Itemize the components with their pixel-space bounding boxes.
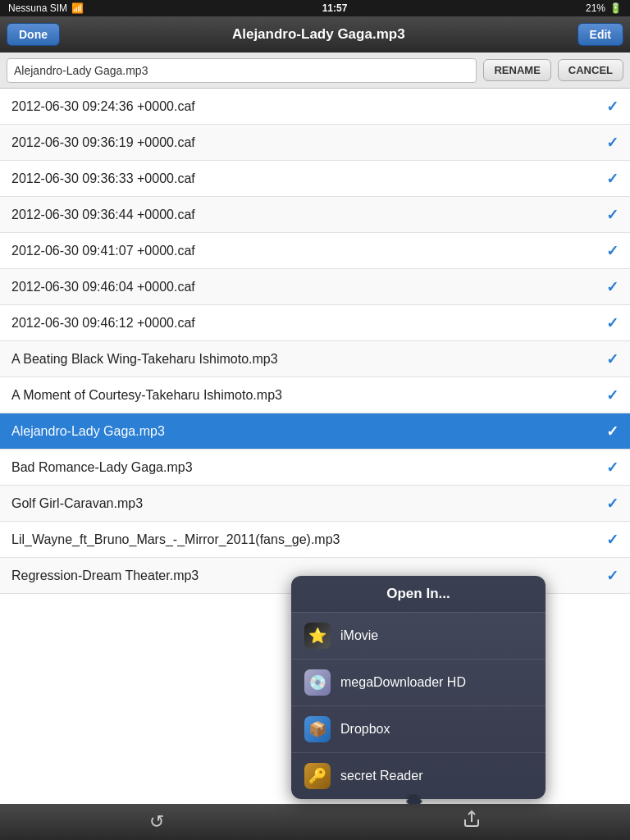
file-name: 2012-06-30 09:36:19 +0000.caf <box>11 135 195 150</box>
battery-label: 21% <box>586 2 605 14</box>
file-name: A Beating Black Wing-Takeharu Ishimoto.m… <box>11 352 278 367</box>
share-button[interactable] <box>445 803 498 840</box>
open-in-app-item[interactable]: 💿megaDownloader HD <box>291 660 546 706</box>
open-in-app-item[interactable]: 🔑secret Reader <box>291 753 546 799</box>
checkmark-icon: ✓ <box>606 422 619 441</box>
mega-icon: 💿 <box>304 669 331 696</box>
refresh-button[interactable]: ↺ <box>133 805 180 839</box>
file-name: Regression-Dream Theater.mp3 <box>11 568 199 583</box>
file-name: 2012-06-30 09:24:36 +0000.caf <box>11 99 195 114</box>
file-row[interactable]: 2012-06-30 09:36:33 +0000.caf✓ <box>0 161 630 197</box>
file-name: 2012-06-30 09:46:12 +0000.caf <box>11 316 195 331</box>
file-row[interactable]: 2012-06-30 09:46:12 +0000.caf✓ <box>0 305 630 341</box>
app-name-label: iMovie <box>340 628 378 643</box>
done-button[interactable]: Done <box>7 23 60 46</box>
app-name-label: Dropbox <box>340 722 390 737</box>
file-name: Lil_Wayne_ft_Bruno_Mars_-_Mirror_2011(fa… <box>11 532 340 547</box>
file-row[interactable]: Golf Girl-Caravan.mp3✓ <box>0 486 630 522</box>
file-row[interactable]: Lil_Wayne_ft_Bruno_Mars_-_Mirror_2011(fa… <box>0 522 630 558</box>
open-in-items: ⭐iMovie💿megaDownloader HD📦Dropbox🔑secret… <box>291 613 546 799</box>
file-row[interactable]: Alejandro-Lady Gaga.mp3✓ <box>0 413 630 450</box>
file-row[interactable]: 2012-06-30 09:46:04 +0000.caf✓ <box>0 269 630 305</box>
file-row[interactable]: 2012-06-30 09:36:44 +0000.caf✓ <box>0 197 630 233</box>
checkmark-icon: ✓ <box>606 314 619 332</box>
checkmark-icon: ✓ <box>606 531 619 549</box>
file-name: A Moment of Courtesy-Takeharu Ishimoto.m… <box>11 388 282 403</box>
carrier-label: Nessuna SIM <box>8 2 67 14</box>
checkmark-icon: ✓ <box>606 134 619 152</box>
cancel-button[interactable]: CANCEL <box>558 59 623 81</box>
app-name-label: megaDownloader HD <box>340 675 466 690</box>
checkmark-icon: ✓ <box>606 495 619 513</box>
wifi-icon: 📶 <box>71 2 84 14</box>
file-name: Bad Romance-Lady Gaga.mp3 <box>11 460 193 475</box>
app-name-label: secret Reader <box>340 769 423 783</box>
dropbox-icon: 📦 <box>304 716 331 742</box>
checkmark-icon: ✓ <box>606 459 619 477</box>
checkmark-icon: ✓ <box>606 170 619 188</box>
open-in-app-item[interactable]: ⭐iMovie <box>291 613 546 660</box>
checkmark-icon: ✓ <box>606 386 619 404</box>
edit-button[interactable]: Edit <box>578 23 623 46</box>
checkmark-icon: ✓ <box>606 98 619 116</box>
rename-button[interactable]: RENAME <box>483 59 550 81</box>
nav-title: Alejandro-Lady Gaga.mp3 <box>60 26 578 43</box>
status-bar: Nessuna SIM 📶 11:57 21% 🔋 <box>0 0 630 16</box>
popup-arrow <box>406 794 422 804</box>
checkmark-icon: ✓ <box>606 350 619 368</box>
file-row[interactable]: A Beating Black Wing-Takeharu Ishimoto.m… <box>0 341 630 377</box>
checkmark-icon: ✓ <box>606 206 619 224</box>
rename-bar: RENAME CANCEL <box>0 52 630 89</box>
status-left: Nessuna SIM 📶 <box>8 2 84 14</box>
file-name: 2012-06-30 09:36:33 +0000.caf <box>11 171 195 186</box>
checkmark-icon: ✓ <box>606 278 619 296</box>
file-name: Golf Girl-Caravan.mp3 <box>11 496 143 511</box>
file-row[interactable]: A Moment of Courtesy-Takeharu Ishimoto.m… <box>0 377 630 413</box>
battery-icon: 🔋 <box>609 2 622 14</box>
rename-input[interactable] <box>7 58 477 83</box>
imovie-icon: ⭐ <box>304 623 331 649</box>
file-row[interactable]: Bad Romance-Lady Gaga.mp3✓ <box>0 450 630 486</box>
file-row[interactable]: 2012-06-30 09:41:07 +0000.caf✓ <box>0 233 630 269</box>
secret-icon: 🔑 <box>304 763 331 789</box>
file-name: 2012-06-30 09:46:04 +0000.caf <box>11 280 195 294</box>
file-name: 2012-06-30 09:41:07 +0000.caf <box>11 244 195 258</box>
checkmark-icon: ✓ <box>606 567 619 585</box>
file-name: Alejandro-Lady Gaga.mp3 <box>11 424 165 439</box>
open-in-popup: Open In... ⭐iMovie💿megaDownloader HD📦Dro… <box>291 576 546 799</box>
file-row[interactable]: 2012-06-30 09:24:36 +0000.caf✓ <box>0 89 630 125</box>
status-right: 21% 🔋 <box>586 2 622 14</box>
time-display: 11:57 <box>322 2 348 14</box>
open-in-app-item[interactable]: 📦Dropbox <box>291 706 546 753</box>
file-row[interactable]: 2012-06-30 09:36:19 +0000.caf✓ <box>0 125 630 161</box>
nav-bar: Done Alejandro-Lady Gaga.mp3 Edit <box>0 16 630 52</box>
bottom-bar: ↺ <box>0 804 630 840</box>
file-name: 2012-06-30 09:36:44 +0000.caf <box>11 208 195 222</box>
checkmark-icon: ✓ <box>606 242 619 260</box>
open-in-title: Open In... <box>291 576 546 613</box>
